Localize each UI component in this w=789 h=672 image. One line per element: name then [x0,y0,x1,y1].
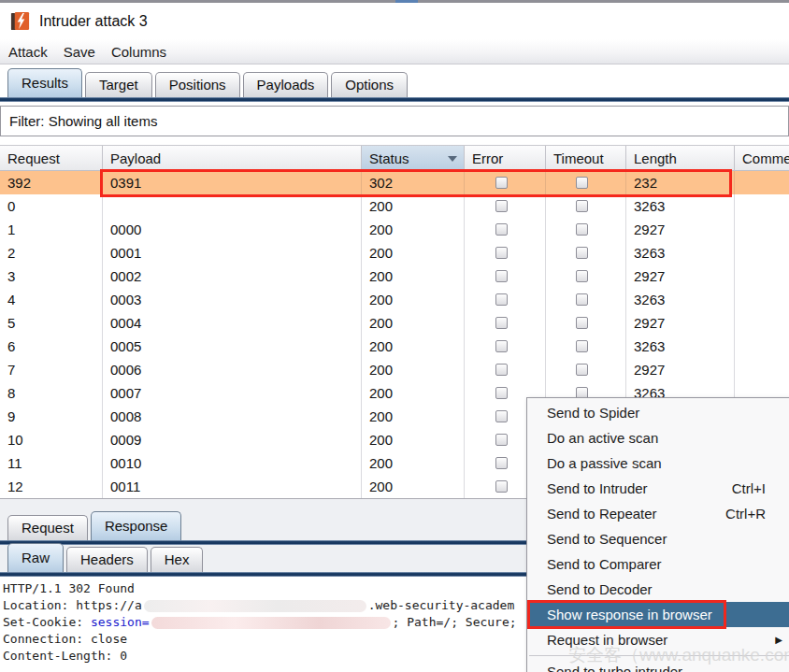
error-checkbox[interactable] [495,480,508,493]
tab-hex[interactable]: Hex [151,547,204,572]
timeout-checkbox[interactable] [576,247,588,259]
context-menu-item-request-in-browser[interactable]: Request in browser▶ [527,627,789,652]
context-menu-item-send-to-turbo-intruder[interactable]: Send to turbo intruder [527,659,789,672]
error-checkbox[interactable] [495,387,508,399]
payload-cell: 0005 [103,335,362,358]
menubar-item-columns[interactable]: Columns [111,44,166,60]
error-checkbox[interactable] [495,223,508,236]
submenu-arrow-icon: ▶ [775,627,782,652]
table-row[interactable]: 100002002927 [0,218,789,241]
context-menu-item-send-to-spider[interactable]: Send to Spider [527,400,789,425]
length-cell: 2927 [626,358,735,381]
context-menu-item-show-response-in-browser[interactable]: Show response in browser [527,602,789,627]
timeout-cell [546,335,626,358]
error-checkbox[interactable] [495,434,508,446]
timeout-cell [546,241,626,265]
context-menu-item-do-an-active-scan[interactable]: Do an active scan [527,425,789,450]
timeout-checkbox[interactable] [576,293,588,306]
column-header-length[interactable]: Length [626,146,735,171]
payload-cell: 0008 [103,405,362,428]
context-menu-item-send-to-repeater[interactable]: Send to RepeaterCtrl+R [527,501,789,526]
table-row[interactable]: 300022002927 [0,265,789,288]
tab-raw[interactable]: Raw [7,543,64,572]
timeout-checkbox[interactable] [576,223,588,236]
payload-cell: 0001 [103,241,362,265]
error-checkbox[interactable] [495,317,508,329]
timeout-checkbox[interactable] [576,317,588,329]
error-checkbox[interactable] [495,200,508,212]
length-cell: 232 [626,171,735,194]
table-row[interactable]: 3920391302232 [0,171,789,194]
tab-positions[interactable]: Positions [155,72,240,97]
tab-options[interactable]: Options [331,72,408,97]
filter-text: Filter: Showing all items [9,113,157,129]
error-cell [465,358,546,381]
tab-target[interactable]: Target [85,72,152,97]
tab-headers[interactable]: Headers [66,547,148,572]
main-tabstrip: ResultsTargetPositionsPayloadsOptions [0,64,789,97]
status-cell: 200 [362,428,465,451]
error-checkbox[interactable] [495,247,508,259]
error-checkbox[interactable] [495,340,508,352]
error-checkbox[interactable] [495,270,508,282]
request-cell: 0 [0,194,103,218]
response-text: session= [91,615,150,629]
request-cell: 2 [0,241,103,265]
response-text: Set-Cookie: [3,615,91,629]
menubar-item-attack[interactable]: Attack [8,44,48,60]
payload-cell: 0004 [103,311,362,335]
filter-bar[interactable]: Filter: Showing all items [0,106,789,136]
table-row[interactable]: 400032003263 [0,288,789,311]
column-header-status[interactable]: Status [362,146,465,171]
request-cell: 1 [0,218,103,241]
error-checkbox[interactable] [495,410,508,422]
context-menu-item-send-to-decoder[interactable]: Send to Decoder [527,577,789,602]
status-cell: 200 [362,265,465,288]
context-menu-item-send-to-comparer[interactable]: Send to Comparer [527,551,789,577]
status-cell: 302 [362,171,465,194]
column-header-comme[interactable]: Comme [735,146,789,171]
menu-separator [529,655,789,656]
table-row[interactable]: 500042002927 [0,311,789,335]
error-checkbox[interactable] [495,177,508,189]
column-header-request[interactable]: Request [0,146,103,171]
error-checkbox[interactable] [495,293,508,306]
payload-cell: 0009 [103,428,362,451]
timeout-checkbox[interactable] [576,364,588,376]
column-header-timeout[interactable]: Timeout [546,146,626,171]
context-menu-item-do-a-passive-scan[interactable]: Do a passive scan [527,450,789,476]
comment-cell [735,171,789,194]
context-menu-item-send-to-sequencer[interactable]: Send to Sequencer [527,526,789,551]
status-cell: 200 [362,335,465,358]
tab-results[interactable]: Results [7,68,82,97]
timeout-cell [546,218,626,241]
tab-response[interactable]: Response [91,511,182,540]
tab-payloads[interactable]: Payloads [243,72,329,97]
length-cell: 2927 [626,265,735,288]
error-checkbox[interactable] [495,364,508,376]
tab-request[interactable]: Request [7,515,88,540]
timeout-cell [546,194,626,218]
payload-cell [103,194,362,218]
timeout-checkbox[interactable] [576,177,588,189]
timeout-checkbox[interactable] [576,200,588,212]
timeout-cell [546,171,626,194]
timeout-checkbox[interactable] [576,270,588,282]
request-cell: 7 [0,358,103,381]
timeout-checkbox[interactable] [576,340,588,352]
column-header-payload[interactable]: Payload [103,146,362,171]
table-row[interactable]: 600052003263 [0,335,789,358]
window-title: Intruder attack 3 [39,13,148,30]
error-checkbox[interactable] [495,457,508,469]
menubar-item-save[interactable]: Save [64,44,95,60]
timeout-cell [546,288,626,311]
comment-cell [735,358,789,381]
response-text: Connection: close [3,632,127,646]
table-row[interactable]: 700062002927 [0,358,789,381]
comment-cell [735,335,789,358]
table-row[interactable]: 200012003263 [0,241,789,265]
column-header-error[interactable]: Error [465,146,546,171]
context-menu-item-send-to-intruder[interactable]: Send to IntruderCtrl+I [527,476,789,501]
menubar: AttackSaveColumns [0,39,789,64]
table-row[interactable]: 02003263 [0,194,789,218]
